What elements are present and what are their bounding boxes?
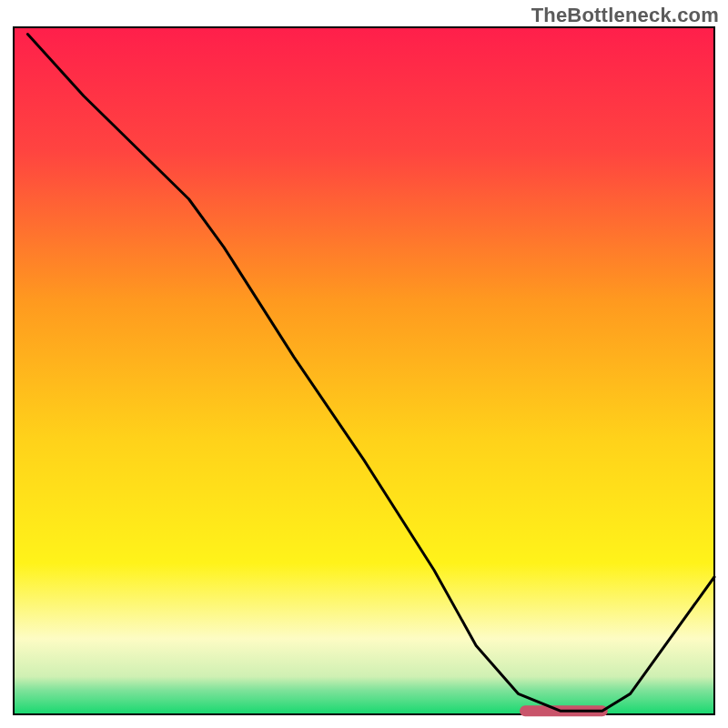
bottleneck-chart bbox=[0, 0, 728, 728]
chart-stage: TheBottleneck.com bbox=[0, 0, 728, 728]
